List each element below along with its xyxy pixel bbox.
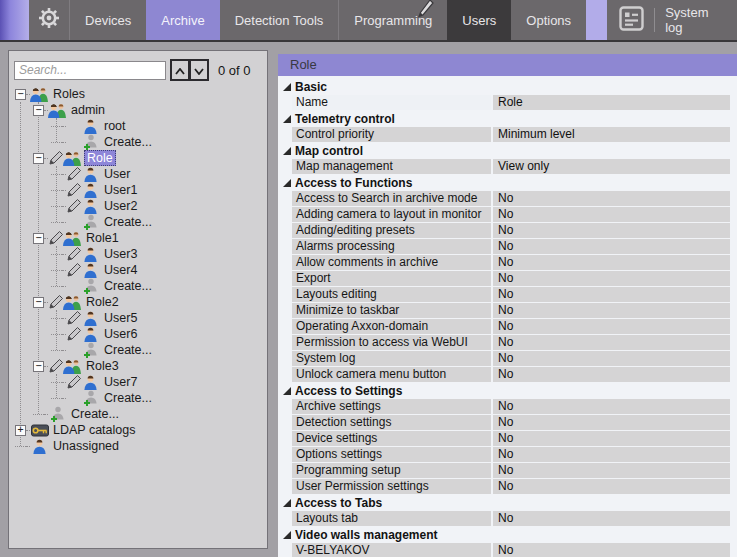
property-value[interactable]: No [493, 351, 730, 366]
collapse-triangle-icon [283, 179, 291, 187]
property-value[interactable]: No [493, 319, 730, 334]
property-value[interactable]: No [493, 447, 730, 462]
property-value[interactable]: No [493, 191, 730, 206]
tab-devices[interactable]: Devices [69, 0, 146, 40]
system-log-button[interactable]: System log [607, 0, 737, 40]
category-map-control[interactable]: Map control [278, 143, 737, 159]
collapse-expander-icon[interactable]: − [33, 233, 44, 244]
row-gutter [278, 239, 292, 254]
property-value[interactable]: View only [493, 159, 730, 174]
row-right-margin [730, 191, 737, 206]
create-person-icon [81, 214, 100, 230]
tree-item-create[interactable]: Create... [9, 134, 267, 150]
category-title: Basic [295, 80, 327, 94]
property-value[interactable]: No [493, 463, 730, 478]
property-value[interactable]: No [493, 431, 730, 446]
search-next-button[interactable] [189, 59, 209, 81]
person-icon [81, 183, 100, 198]
collapse-expander-icon[interactable]: − [15, 89, 26, 100]
property-value[interactable]: No [493, 543, 730, 557]
tree-item-role1[interactable]: −Role1 [9, 230, 267, 246]
property-row-minimize-to-taskbar: Minimize to taskbarNo [278, 303, 737, 318]
tree-item-role[interactable]: −Role [9, 150, 267, 166]
tab-options[interactable]: Options [511, 0, 586, 40]
property-value[interactable]: No [493, 255, 730, 270]
pencil-icon [66, 311, 81, 325]
tree-item-role3[interactable]: −Role3 [9, 358, 267, 374]
tree-item-user2[interactable]: User2 [9, 198, 267, 214]
row-gutter [278, 191, 292, 206]
row-right-margin [730, 415, 737, 430]
tree-item-create[interactable]: Create... [9, 390, 267, 406]
tree-item-create[interactable]: Create... [9, 214, 267, 230]
search-prev-button[interactable] [170, 59, 190, 81]
property-value[interactable]: Role [493, 95, 730, 110]
tree-item-label: User6 [102, 327, 139, 341]
row-gutter [278, 159, 292, 174]
property-name: V-BELYAKOV [292, 543, 491, 557]
tree-item-user6[interactable]: User6 [9, 326, 267, 342]
pencil-icon [48, 151, 63, 165]
tree-item-label: Create... [69, 407, 121, 421]
property-value[interactable]: No [493, 223, 730, 238]
row-right-margin [730, 159, 737, 174]
property-value[interactable]: No [493, 367, 730, 382]
tab-archive[interactable]: Archive [146, 0, 219, 40]
search-input[interactable] [14, 61, 166, 80]
tab-label: Detection Tools [235, 13, 324, 28]
tab-users[interactable]: Users [447, 0, 511, 40]
settings-gear-button[interactable] [29, 0, 69, 40]
tree-item-user1[interactable]: User1 [9, 182, 267, 198]
create-person-icon [81, 342, 100, 358]
property-value[interactable]: No [493, 511, 730, 526]
group-icon [63, 231, 82, 246]
row-right-margin [730, 319, 737, 334]
category-telemetry-control[interactable]: Telemetry control [278, 111, 737, 127]
tree-item-admin[interactable]: −admin [9, 102, 267, 118]
tree-item-user4[interactable]: User4 [9, 262, 267, 278]
property-value[interactable]: No [493, 287, 730, 302]
property-value[interactable]: No [493, 239, 730, 254]
property-row-options-settings: Options settingsNo [278, 447, 737, 462]
tree-item-roles[interactable]: −Roles [9, 86, 267, 102]
property-value[interactable]: No [493, 303, 730, 318]
category-access-to-settings[interactable]: Access to Settings [278, 383, 737, 399]
row-gutter [278, 351, 292, 366]
tree-item-user7[interactable]: User7 [9, 374, 267, 390]
collapse-expander-icon[interactable]: − [33, 153, 44, 164]
property-value[interactable]: No [493, 415, 730, 430]
gear-icon [37, 6, 61, 34]
tree-item-create[interactable]: Create... [9, 406, 267, 422]
pencil-icon [48, 359, 63, 373]
tree-item-unassigned[interactable]: Unassigned [9, 438, 267, 454]
tab-label: Users [462, 13, 496, 28]
category-access-to-tabs[interactable]: Access to Tabs [278, 495, 737, 511]
tree-item-user3[interactable]: User3 [9, 246, 267, 262]
person-icon [81, 375, 100, 390]
property-value[interactable]: No [493, 399, 730, 414]
tree-item-label: Role3 [84, 359, 121, 373]
collapse-expander-icon[interactable]: − [33, 361, 44, 372]
property-value[interactable]: Minimum level [493, 127, 730, 142]
tree-item-create[interactable]: Create... [9, 278, 267, 294]
tree-item-root[interactable]: root [9, 118, 267, 134]
tree-item-ldap-catalogs[interactable]: +LDAP catalogs [9, 422, 267, 438]
tree-item-create[interactable]: Create... [9, 342, 267, 358]
category-basic[interactable]: Basic [278, 79, 737, 95]
tree-item-user5[interactable]: User5 [9, 310, 267, 326]
expand-expander-icon[interactable]: + [15, 425, 26, 436]
tree-item-role2[interactable]: −Role2 [9, 294, 267, 310]
row-gutter [278, 511, 292, 526]
property-value[interactable]: No [493, 207, 730, 222]
tree-connector [62, 286, 66, 287]
property-value[interactable]: No [493, 335, 730, 350]
category-video-walls-management[interactable]: Video walls management [278, 527, 737, 543]
property-value[interactable]: No [493, 271, 730, 286]
group-icon [48, 103, 67, 118]
collapse-expander-icon[interactable]: − [33, 297, 44, 308]
category-access-to-functions[interactable]: Access to Functions [278, 175, 737, 191]
collapse-expander-icon[interactable]: − [33, 105, 44, 116]
property-value[interactable]: No [493, 479, 730, 494]
tree-item-user[interactable]: User [9, 166, 267, 182]
tab-detection-tools[interactable]: Detection Tools [220, 0, 339, 40]
